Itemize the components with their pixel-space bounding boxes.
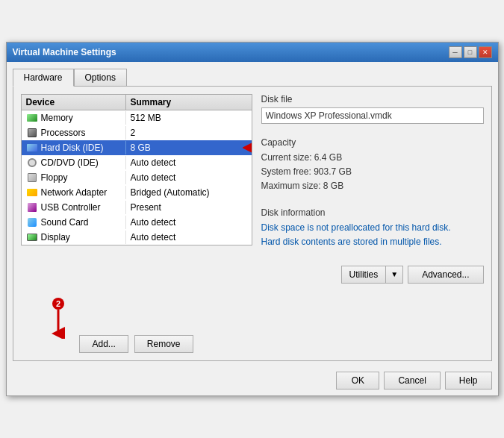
add-button[interactable]: Add... [79, 335, 128, 353]
table-row[interactable]: Memory 512 MB [22, 110, 252, 125]
summary-network: Bridged (Automatic) [126, 186, 252, 199]
usb-icon [26, 203, 38, 212]
system-free-text: System free: 903.7 GB [261, 165, 484, 179]
display-icon [26, 233, 38, 242]
disk-info-line1: Disk space is not preallocated for this … [261, 221, 484, 235]
device-name-network: Network Adapter [41, 187, 108, 198]
device-cell-memory: Memory [22, 111, 126, 125]
device-name-harddisk: Hard Disk (IDE) [41, 143, 104, 153]
disk-file-label: Disk file [261, 94, 484, 104]
summary-memory: 512 MB [126, 111, 252, 125]
disk-file-input[interactable] [261, 107, 484, 124]
footer-buttons: OK Cancel Help [7, 369, 498, 395]
ok-button[interactable]: OK [336, 372, 379, 389]
device-cell-cdvd: CD/DVD (IDE) [22, 156, 126, 169]
device-table-header: Device Summary [22, 95, 252, 110]
utilities-dropdown-arrow[interactable]: ▼ [385, 266, 403, 284]
cancel-button[interactable]: Cancel [384, 372, 440, 389]
table-row[interactable]: Processors 2 [22, 125, 252, 140]
device-panel: Device Summary Memory 512 MB [21, 94, 252, 353]
title-bar-controls: ─ □ ✕ [449, 46, 492, 58]
minimize-button[interactable]: ─ [449, 46, 462, 58]
device-cell-floppy: Floppy [22, 171, 126, 184]
tab-hardware[interactable]: Hardware [13, 69, 74, 87]
device-name-processors: Processors [41, 128, 86, 138]
device-name-floppy: Floppy [41, 172, 68, 183]
sound-icon [26, 218, 38, 227]
device-cell-processors: Processors [22, 126, 126, 140]
device-cell-usb: USB Controller [22, 201, 126, 214]
device-name-cdvd: CD/DVD (IDE) [41, 157, 99, 168]
table-row[interactable]: Hard Disk (IDE) 8 GB 1 [22, 140, 252, 155]
maximize-button[interactable]: □ [464, 46, 477, 58]
table-row[interactable]: USB Controller Present [22, 200, 252, 215]
utilities-button[interactable]: Utilities [341, 266, 386, 284]
help-button[interactable]: Help [445, 372, 492, 389]
tab-content: Device Summary Memory 512 MB [13, 86, 492, 361]
capacity-label: Capacity [261, 137, 484, 148]
tab-bar: Hardware Options [13, 68, 492, 86]
table-row[interactable]: Floppy Auto detect [22, 170, 252, 185]
close-button[interactable]: ✕ [479, 46, 492, 58]
col-summary-header: Summary [126, 95, 176, 110]
tab-options[interactable]: Options [74, 69, 127, 87]
processor-icon [26, 128, 38, 137]
col-device-header: Device [22, 95, 126, 110]
device-cell-sound: Sound Card [22, 216, 126, 229]
summary-usb: Present [126, 201, 252, 214]
annotation-arrow-2: 2 [43, 298, 73, 339]
device-name-memory: Memory [41, 113, 73, 123]
summary-processors: 2 [126, 126, 252, 140]
memory-icon [26, 113, 38, 122]
device-cell-network: Network Adapter [22, 186, 126, 199]
table-row[interactable]: CD/DVD (IDE) Auto detect [22, 155, 252, 170]
remove-button[interactable]: Remove [134, 335, 193, 353]
summary-display: Auto detect [126, 231, 252, 244]
device-name-usb: USB Controller [41, 202, 101, 213]
disk-info-label: Disk information [261, 207, 484, 218]
window-content: Hardware Options Device Summary M [7, 62, 498, 367]
capacity-section: Capacity Current size: 6.4 GB System fre… [261, 137, 484, 194]
utilities-button-group: Utilities ▼ [341, 266, 404, 284]
maximum-size-text: Maximum size: 8 GB [261, 179, 484, 193]
floppy-icon [26, 173, 38, 182]
table-row[interactable]: Display Auto detect [22, 230, 252, 245]
disk-info-section: Disk information Disk space is not preal… [261, 207, 484, 249]
annotation-arrow-1: 1 [243, 137, 252, 158]
table-row[interactable]: Network Adapter Bridged (Automatic) [22, 185, 252, 200]
summary-floppy: Auto detect [126, 171, 252, 184]
summary-sound: Auto detect [126, 216, 252, 229]
summary-cdvd: Auto detect [126, 156, 252, 169]
svg-text:2: 2 [55, 299, 60, 308]
disk-file-section: Disk file [261, 94, 484, 124]
device-table: Device Summary Memory 512 MB [21, 94, 252, 245]
table-row[interactable]: Sound Card Auto detect [22, 215, 252, 230]
device-cell-display: Display [22, 231, 126, 244]
summary-harddisk: 8 GB [126, 141, 252, 154]
current-size-text: Current size: 6.4 GB [261, 151, 484, 165]
cdrom-icon [26, 158, 38, 167]
device-name-sound: Sound Card [41, 217, 89, 228]
network-icon [26, 188, 38, 197]
harddisk-icon [26, 143, 38, 152]
right-panel: Disk file Capacity Current size: 6.4 GB … [261, 94, 484, 353]
window-title: Virtual Machine Settings [13, 47, 116, 57]
virtual-machine-settings-window: Virtual Machine Settings ─ □ ✕ Hardware … [6, 42, 499, 396]
device-cell-harddisk: Hard Disk (IDE) [22, 141, 126, 154]
device-buttons: 2 Add... Remove [21, 335, 252, 353]
device-name-display: Display [41, 232, 70, 243]
title-bar: Virtual Machine Settings ─ □ ✕ [7, 43, 498, 62]
disk-info-line2: Hard disk contents are stored in multipl… [261, 235, 484, 249]
advanced-button[interactable]: Advanced... [408, 266, 483, 284]
right-action-buttons: Utilities ▼ Advanced... [261, 266, 484, 284]
